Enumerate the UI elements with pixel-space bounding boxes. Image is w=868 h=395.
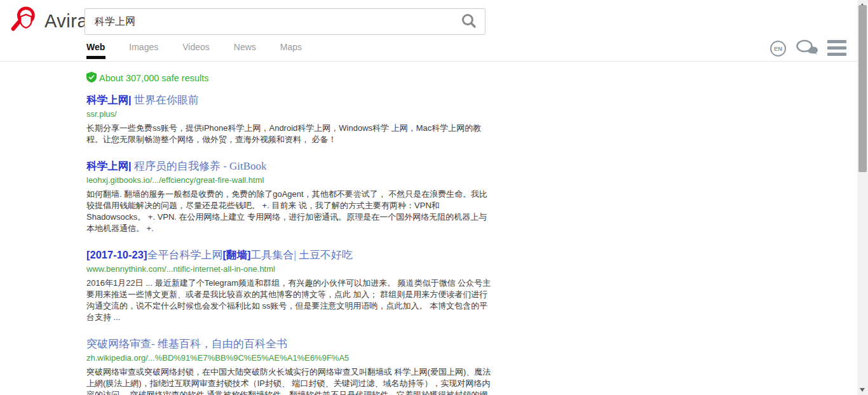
result-title-segment: 工具集合| 土豆不好吃 xyxy=(250,249,353,261)
magnifier-icon xyxy=(461,22,477,31)
shield-check-icon xyxy=(86,72,99,84)
vertical-scrollbar[interactable] xyxy=(857,0,868,395)
result-url: www.bennythink.com/...ntific-internet-al… xyxy=(86,264,492,274)
result-url: ssr.plus/ xyxy=(86,109,492,119)
tab-news[interactable]: News xyxy=(234,42,256,59)
search-result: 突破网络审查- 维基百科，自由的百科全书 zh.wikipedia.org/..… xyxy=(86,337,492,395)
search-results: 科学上网| 世界在你眼前 ssr.plus/ 长期分享一些免费ss账号，提供iP… xyxy=(86,93,492,395)
result-title-segment: [翻墙] xyxy=(222,249,250,260)
search-result: [2017-10-23]全平台科学上网[翻墙]工具集合| 土豆不好吃 www.b… xyxy=(86,248,492,323)
feedback-button[interactable] xyxy=(796,39,818,57)
brand-name: Avira xyxy=(44,11,88,32)
result-title-segment: 世界在你眼前 xyxy=(132,94,199,106)
result-title-segment: 突破网络审查- 维基百科，自由的百科全书 xyxy=(86,338,287,350)
result-snippet: 2016年1月22日 ... 最近新建了个Telegram频道和群组，有兴趣的小… xyxy=(86,278,492,323)
results-summary: About 307,000 safe results xyxy=(86,72,209,84)
search-button[interactable] xyxy=(458,13,480,30)
result-title-segment: [2017-10-23] xyxy=(86,249,147,260)
result-snippet: 长期分享一些免费ss账号，提供iPhone科学上网，Android科学上网，Wi… xyxy=(86,123,492,145)
header: Avira Web Images Videos News Maps EN xyxy=(0,0,857,62)
result-title-link[interactable]: 科学上网| 世界在你眼前 xyxy=(86,93,492,107)
language-badge[interactable]: EN xyxy=(770,41,786,57)
result-snippet: 如何翻墙. 翻墙的服务一般都是收费的，免费的除了goAgent，其他都不要尝试了… xyxy=(86,189,492,234)
chat-bubbles-icon xyxy=(796,48,818,59)
scrollbar-thumb[interactable] xyxy=(858,5,867,172)
tab-web[interactable]: Web xyxy=(86,42,105,59)
tab-maps[interactable]: Maps xyxy=(280,42,302,59)
result-url: leohxj.gitbooks.io/.../effciency/great-f… xyxy=(86,175,492,185)
tab-images[interactable]: Images xyxy=(129,42,158,59)
result-title-link[interactable]: 突破网络审查- 维基百科，自由的百科全书 xyxy=(86,337,492,351)
result-title-link[interactable]: [2017-10-23]全平台科学上网[翻墙]工具集合| 土豆不好吃 xyxy=(86,248,492,262)
results-summary-text: About 307,000 safe results xyxy=(99,73,209,83)
result-snippet: 突破网络审查或突破网络封锁，在中国大陆突破防火长城实行的网络审查又叫翻墙或 科学… xyxy=(86,366,492,395)
search-result: 科学上网| 世界在你眼前 ssr.plus/ 长期分享一些免费ss账号，提供iP… xyxy=(86,93,492,145)
result-title-segment: 全平台科学上网 xyxy=(147,249,222,261)
tab-videos[interactable]: Videos xyxy=(182,42,210,59)
search-tabs: Web Images Videos News Maps xyxy=(86,42,326,59)
result-url: zh.wikipedia.org/...%BD%91%E7%BB%9C%E5%A… xyxy=(86,353,492,363)
avira-logo[interactable]: Avira xyxy=(9,5,88,37)
scrollbar-down-arrow-icon[interactable] xyxy=(860,388,865,392)
menu-button[interactable] xyxy=(827,40,846,56)
result-title-segment: 科学上网| xyxy=(86,160,132,171)
search-input[interactable] xyxy=(85,9,485,34)
result-title-segment: 科学上网| xyxy=(86,94,132,105)
avira-magnifier-shield-icon xyxy=(9,5,39,37)
search-form xyxy=(85,8,485,35)
search-results-page: Avira Web Images Videos News Maps EN xyxy=(0,0,868,395)
result-title-link[interactable]: 科学上网| 程序员的自我修养 - GitBook xyxy=(86,159,492,173)
search-result: 科学上网| 程序员的自我修养 - GitBook leohxj.gitbooks… xyxy=(86,159,492,234)
result-title-segment: 程序员的自我修养 - GitBook xyxy=(132,160,267,172)
